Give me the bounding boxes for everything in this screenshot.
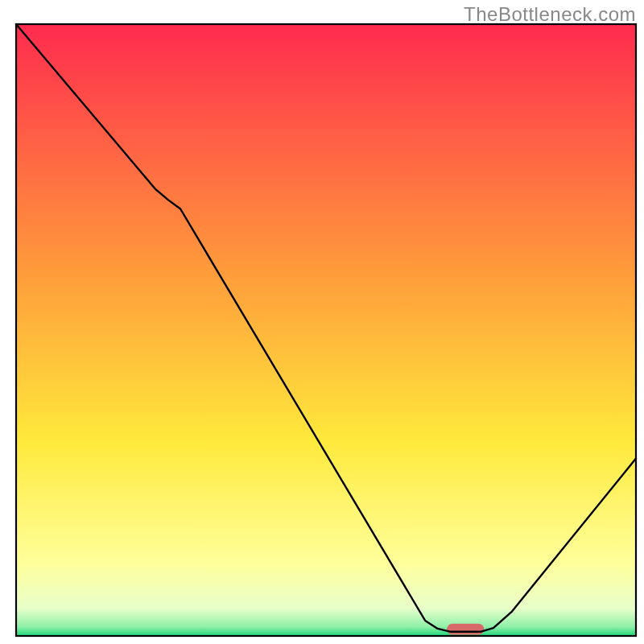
optimal-marker — [447, 624, 484, 635]
gradient-background — [16, 24, 636, 636]
bottleneck-chart — [0, 0, 644, 644]
chart-container: TheBottleneck.com — [0, 0, 644, 644]
